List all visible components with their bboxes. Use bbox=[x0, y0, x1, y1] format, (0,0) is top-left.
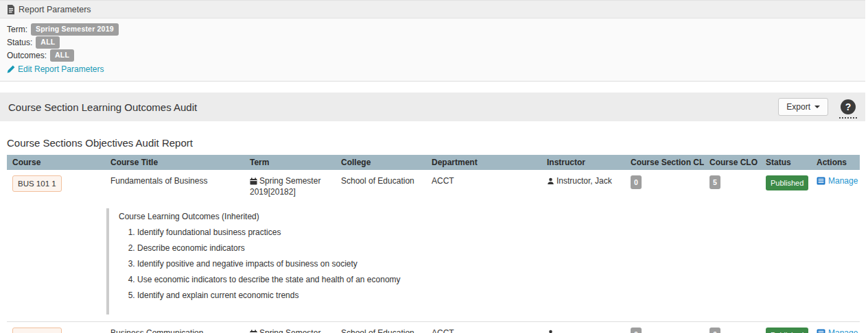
course-clo-badge: 5 bbox=[709, 175, 720, 189]
export-button[interactable]: Export bbox=[778, 98, 828, 116]
department-text: ACCT bbox=[432, 328, 454, 333]
course-section-clo-badge: 0 bbox=[631, 175, 642, 189]
param-value-outcomes-badge: ALL bbox=[50, 49, 74, 62]
help-dotted-underline bbox=[839, 117, 857, 119]
column-header-actions: Actions bbox=[811, 155, 860, 170]
param-row-status: Status: ALL bbox=[7, 36, 858, 49]
report-parameters-body: Term: Spring Semester 2019 Status: ALL O… bbox=[0, 18, 865, 81]
course-title-text: Fundamentals of Business bbox=[110, 176, 207, 186]
param-value-term-badge: Spring Semester 2019 bbox=[31, 23, 119, 36]
help-widget: ? bbox=[839, 99, 857, 119]
column-header-college: College bbox=[336, 155, 426, 170]
param-row-term: Term: Spring Semester 2019 bbox=[7, 23, 858, 36]
instructor-text: Instructor, Jack bbox=[556, 176, 612, 186]
export-button-label: Export bbox=[786, 102, 810, 112]
param-row-outcomes: Outcomes: ALL bbox=[7, 49, 858, 62]
report-parameters-title: Report Parameters bbox=[19, 5, 91, 14]
column-header-course-section-clo: Course Section CLO bbox=[625, 155, 704, 170]
column-header-course-title: Course Title bbox=[105, 155, 244, 170]
list-item: Use economic indicators to describe the … bbox=[137, 275, 845, 285]
person-icon bbox=[547, 330, 554, 333]
term-text: Spring Semester 2019[20182] bbox=[250, 328, 320, 333]
course-code-badge[interactable]: BUS 103 1 bbox=[12, 328, 62, 333]
section-title: Course Section Learning Outcomes Audit bbox=[8, 101, 197, 113]
report-heading: Course Sections Objectives Audit Report bbox=[7, 137, 858, 149]
table-row: BUS 103 1 Business Communication Spring … bbox=[7, 322, 860, 333]
column-header-department: Department bbox=[426, 155, 541, 170]
course-title-text: Business Communication bbox=[110, 328, 203, 333]
term-text: Spring Semester 2019[20182] bbox=[250, 176, 320, 197]
manage-link[interactable]: Manage bbox=[817, 175, 858, 186]
course-learning-outcomes-block: Course Learning Outcomes (Inherited) Ide… bbox=[106, 208, 854, 314]
audit-table: Course Course Title Term College Departm… bbox=[7, 155, 860, 333]
course-code-badge[interactable]: BUS 101 1 bbox=[12, 175, 62, 192]
section-bar: Course Section Learning Outcomes Audit E… bbox=[0, 92, 865, 121]
manage-link[interactable]: Manage bbox=[817, 328, 858, 333]
param-label-outcomes: Outcomes: bbox=[7, 51, 47, 61]
department-text: ACCT bbox=[432, 176, 454, 186]
column-header-course-clo: Course CLO bbox=[704, 155, 760, 170]
list-item: Identify and explain current economic tr… bbox=[137, 291, 845, 301]
pencil-icon bbox=[7, 65, 15, 73]
outcomes-heading: Course Learning Outcomes (Inherited) bbox=[119, 212, 845, 222]
calendar-icon bbox=[250, 330, 257, 333]
param-label-term: Term: bbox=[7, 25, 27, 35]
edit-report-parameters-link[interactable]: Edit Report Parameters bbox=[7, 64, 104, 74]
status-badge: Published bbox=[766, 175, 808, 190]
list-alt-icon bbox=[817, 329, 825, 333]
course-section-clo-badge: 0 bbox=[631, 328, 642, 333]
table-header-row: Course Course Title Term College Departm… bbox=[7, 155, 860, 170]
param-label-status: Status: bbox=[7, 38, 32, 48]
report-parameters-header: Report Parameters bbox=[0, 1, 865, 18]
list-alt-icon bbox=[817, 177, 825, 185]
status-badge: Published bbox=[766, 328, 808, 333]
outcomes-list: Identify foundational business practices… bbox=[119, 227, 845, 301]
list-item: Identify foundational business practices bbox=[137, 227, 845, 238]
manage-link-label: Manage bbox=[828, 328, 858, 333]
list-item: Describe economic indicators bbox=[137, 243, 845, 254]
report-parameters-panel: Report Parameters Term: Spring Semester … bbox=[0, 0, 865, 82]
person-icon bbox=[547, 177, 554, 185]
column-header-instructor: Instructor bbox=[541, 155, 625, 170]
college-text: School of Education bbox=[341, 328, 414, 333]
table-row: BUS 101 1 Fundamentals of Business Sprin… bbox=[7, 170, 860, 203]
college-text: School of Education bbox=[341, 176, 414, 186]
course-clo-badge: 0 bbox=[709, 328, 720, 333]
manage-link-label: Manage bbox=[828, 175, 858, 186]
chevron-down-icon bbox=[814, 106, 820, 108]
list-item: Identify positive and negative impacts o… bbox=[137, 259, 845, 269]
help-icon[interactable]: ? bbox=[841, 99, 856, 114]
page: Report Parameters Term: Spring Semester … bbox=[0, 0, 865, 333]
file-icon bbox=[7, 5, 15, 14]
param-value-status-badge: ALL bbox=[36, 36, 60, 49]
expanded-outcomes-row: Course Learning Outcomes (Inherited) Ide… bbox=[7, 203, 860, 322]
column-header-term: Term bbox=[244, 155, 336, 170]
edit-report-parameters-label: Edit Report Parameters bbox=[18, 64, 104, 74]
column-header-course: Course bbox=[7, 155, 105, 170]
calendar-icon bbox=[250, 177, 257, 185]
column-header-status: Status bbox=[760, 155, 811, 170]
